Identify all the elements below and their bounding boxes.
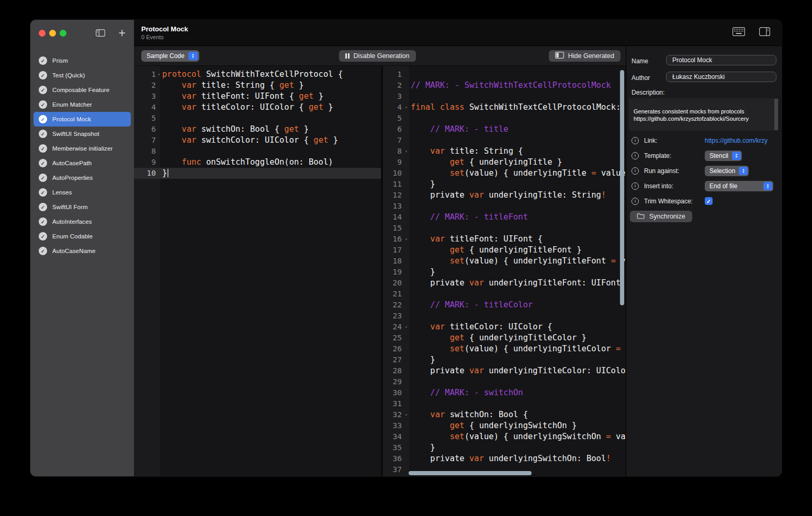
sidebar-item-swiftui-snapshot[interactable]: ✓SwiftUI Snapshot bbox=[33, 127, 131, 141]
sidebar-item-autocasename[interactable]: ✓AutoCaseName bbox=[33, 244, 131, 258]
sidebar-item-prism[interactable]: ✓Prism bbox=[33, 53, 131, 68]
synchronize-button[interactable]: Synchronize bbox=[630, 211, 692, 222]
code-line[interactable]: 6 // MARK: - title bbox=[383, 124, 626, 135]
code-line[interactable]: 36 private var underlyingSwitchOn: Bool! bbox=[383, 453, 626, 464]
line-number: 10 bbox=[383, 168, 402, 179]
code-line[interactable]: 8 bbox=[134, 146, 381, 157]
line-number: 16 bbox=[383, 234, 402, 245]
code-line[interactable]: 2// MARK: - SwitchWithTextCellProtocolMo… bbox=[383, 80, 626, 91]
run-against-dropdown[interactable]: Selection bbox=[705, 166, 749, 176]
hide-generated-button[interactable]: Hide Generated bbox=[549, 50, 621, 62]
name-field[interactable]: Protocol Mock bbox=[666, 55, 776, 65]
code-line[interactable]: 24▾ var titleColor: UIColor { bbox=[383, 322, 626, 332]
code-line[interactable]: 5 bbox=[134, 113, 381, 124]
fold-marker-icon[interactable]: ▾ bbox=[402, 234, 411, 245]
code-line[interactable]: 6 var switchOn: Bool { get } bbox=[134, 124, 381, 135]
info-icon[interactable]: i bbox=[631, 167, 639, 175]
code-line[interactable]: 2 var title: String { get } bbox=[134, 80, 381, 91]
code-line[interactable]: 4▾final class SwitchWithTextCellProtocol… bbox=[383, 102, 626, 113]
description-field[interactable]: Generates consistent mocks from protocol… bbox=[629, 98, 779, 131]
code-line[interactable]: 17 get { underlyingTitleFont } bbox=[383, 245, 626, 256]
code-line[interactable]: 35 } bbox=[383, 442, 626, 453]
fold-marker-icon[interactable]: ▾ bbox=[402, 146, 411, 157]
template-dropdown[interactable]: Stencil bbox=[705, 151, 742, 161]
panel-right-icon[interactable] bbox=[759, 27, 770, 38]
code-line[interactable]: 3 bbox=[383, 91, 626, 102]
link-label: Link: bbox=[644, 137, 705, 144]
author-field[interactable]: Łukasz Kuczborski bbox=[666, 72, 776, 82]
code-line[interactable]: 22 // MARK: - titleColor bbox=[383, 300, 626, 311]
code-line[interactable]: 15 bbox=[383, 223, 626, 234]
info-icon[interactable]: i bbox=[631, 152, 639, 159]
code-line[interactable]: 28 private var underlyingTitleColor: UIC… bbox=[383, 365, 626, 376]
code-line[interactable]: 18 set(value) { underlyingTitleFont = va… bbox=[383, 256, 626, 267]
code-line[interactable]: 31 bbox=[383, 398, 626, 409]
sidebar-item-composable-feature[interactable]: ✓Composable Feature bbox=[33, 83, 131, 97]
code-line[interactable]: 5 bbox=[383, 113, 626, 124]
link-value[interactable]: https://github.com/krzy bbox=[705, 137, 768, 144]
code-line[interactable]: 26 set(value) { underlyingTitleColor = v… bbox=[383, 343, 626, 354]
code-line[interactable]: 33 get { underlyingSwitchOn } bbox=[383, 420, 626, 431]
sidebar-item-lenses[interactable]: ✓Lenses bbox=[33, 185, 131, 200]
code-line[interactable]: 30 // MARK: - switchOn bbox=[383, 387, 626, 398]
sidebar-item-autocasepath[interactable]: ✓AutoCasePath bbox=[33, 156, 131, 170]
sidebar-item-enum-codable[interactable]: ✓Enum Codable bbox=[33, 229, 131, 244]
code-line[interactable]: 27 } bbox=[383, 354, 626, 365]
code-line[interactable]: 3 var titleFont: UIFont { get } bbox=[134, 91, 381, 102]
code-line[interactable]: 9 get { underlyingTitle } bbox=[383, 157, 626, 168]
code-line[interactable]: 25 get { underlyingTitleColor } bbox=[383, 332, 626, 343]
sidebar-item-swiftui-form[interactable]: ✓SwiftUI Form bbox=[33, 200, 131, 214]
disable-generation-button[interactable]: Disable Generation bbox=[339, 50, 416, 62]
code-line[interactable]: 7 var switchColor: UIColor { get } bbox=[134, 135, 381, 146]
code-line[interactable]: 29 bbox=[383, 376, 626, 387]
add-template-button[interactable]: + bbox=[119, 28, 126, 38]
code-line[interactable]: 11 } bbox=[383, 179, 626, 190]
sidebar-item-enum-matcher[interactable]: ✓Enum Matcher bbox=[33, 97, 131, 112]
code-line[interactable]: 20 private var underlyingTitleFont: UIFo… bbox=[383, 278, 626, 289]
code-line[interactable]: 12 private var underlyingTitle: String! bbox=[383, 190, 626, 201]
code-line[interactable]: 10 set(value) { underlyingTitle = value … bbox=[383, 168, 626, 179]
fold-marker-icon[interactable]: ▾ bbox=[156, 69, 162, 80]
horizontal-scrollbar[interactable] bbox=[409, 471, 532, 475]
fold-marker-icon[interactable]: ▾ bbox=[402, 322, 411, 332]
fold-marker-icon[interactable]: ▾ bbox=[402, 409, 411, 420]
info-icon[interactable]: i bbox=[631, 198, 639, 205]
code-line[interactable]: 38 bbox=[383, 475, 626, 476]
close-window-button[interactable] bbox=[39, 30, 46, 37]
code-line[interactable]: 16▾ var titleFont: UIFont { bbox=[383, 234, 626, 245]
code-line[interactable]: 13 bbox=[383, 201, 626, 212]
code-line[interactable]: 9 func onSwitchToggleOn(on: Bool) bbox=[134, 157, 381, 168]
sidebar-toggle-icon[interactable] bbox=[96, 29, 105, 37]
code-line[interactable]: 23 bbox=[383, 311, 626, 322]
code-line[interactable]: 7 bbox=[383, 135, 626, 146]
code-line[interactable]: 1▾protocol SwitchWithTextCellProtocol { bbox=[134, 69, 381, 80]
fold-marker-icon[interactable]: ▾ bbox=[402, 102, 411, 113]
generated-editor[interactable]: 12// MARK: - SwitchWithTextCellProtocolM… bbox=[383, 66, 626, 476]
fold-spacer bbox=[156, 80, 162, 91]
code-line[interactable]: 8▾ var title: String { bbox=[383, 146, 626, 157]
code-line[interactable]: 14 // MARK: - titleFont bbox=[383, 212, 626, 223]
minimize-window-button[interactable] bbox=[49, 30, 56, 37]
code-line[interactable]: 10} bbox=[134, 168, 381, 179]
trim-whitespace-checkbox[interactable]: ✓ bbox=[705, 197, 713, 205]
info-icon[interactable]: i bbox=[631, 182, 639, 190]
zoom-window-button[interactable] bbox=[60, 30, 66, 37]
sidebar-item-memberwise-initializer[interactable]: ✓Memberwise initializer bbox=[33, 141, 131, 156]
sidebar-item-autoproperties[interactable]: ✓AutoProperties bbox=[33, 170, 131, 185]
keyboard-icon[interactable] bbox=[732, 27, 745, 38]
sidebar-item-autointerfaces[interactable]: ✓AutoInterfaces bbox=[33, 214, 131, 229]
code-line[interactable]: 34 set(value) { underlyingSwitchOn = val… bbox=[383, 431, 626, 442]
insert-into-dropdown[interactable]: End of file bbox=[705, 181, 773, 191]
code-line[interactable]: 21 bbox=[383, 289, 626, 300]
vertical-scrollbar[interactable] bbox=[620, 70, 624, 305]
code-line[interactable]: 1 bbox=[383, 69, 626, 80]
sidebar-item-protocol-mock[interactable]: ✓Protocol Mock bbox=[33, 112, 131, 127]
code-line[interactable]: 19 } bbox=[383, 267, 626, 278]
source-picker-dropdown[interactable]: Sample Code bbox=[141, 50, 199, 62]
code-line[interactable]: 32▾ var switchOn: Bool { bbox=[383, 409, 626, 420]
source-editor[interactable]: 1▾protocol SwitchWithTextCellProtocol {2… bbox=[134, 66, 381, 476]
code-line[interactable]: 4 var titleColor: UIColor { get } bbox=[134, 102, 381, 113]
info-icon[interactable]: i bbox=[631, 137, 639, 144]
description-scrollbar[interactable] bbox=[774, 99, 778, 130]
sidebar-item-test-quick[interactable]: ✓Test (Quick) bbox=[33, 68, 131, 83]
